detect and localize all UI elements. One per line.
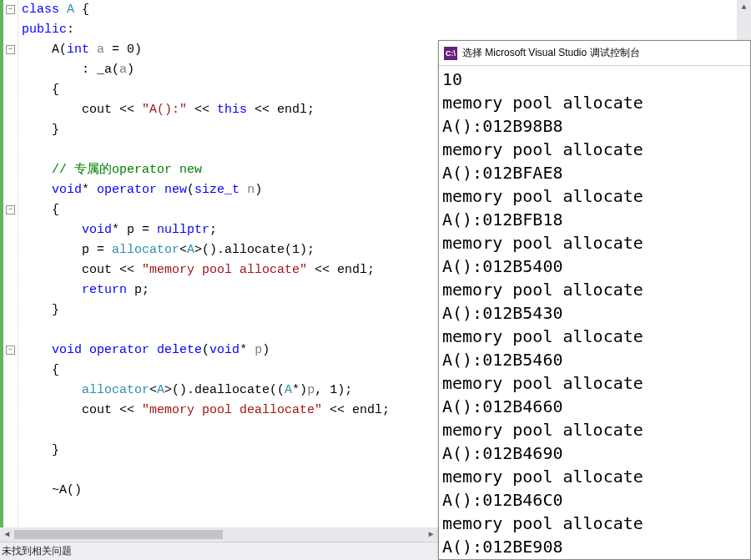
code-line[interactable] [22, 421, 438, 441]
console-titlebar[interactable]: C:\ 选择 Microsoft Visual Studio 调试控制台 [439, 41, 750, 66]
fold-toggle-icon[interactable]: − [6, 346, 15, 355]
console-app-icon: C:\ [444, 47, 457, 60]
code-line[interactable]: allocator<A>().deallocate((A*)p, 1); [22, 381, 438, 401]
code-line[interactable]: void operator delete(void* p) [22, 341, 438, 361]
debug-console-window[interactable]: C:\ 选择 Microsoft Visual Studio 调试控制台 10 … [438, 40, 751, 560]
code-line[interactable]: p = allocator<A>().allocate(1); [22, 240, 438, 260]
code-line[interactable]: { [22, 200, 438, 220]
code-line[interactable]: public: [22, 20, 438, 40]
console-output[interactable]: 10 memory pool allocate A():012B98B8 mem… [439, 66, 750, 560]
fold-gutter[interactable]: −−−− [3, 0, 18, 560]
code-line[interactable]: { [22, 361, 438, 381]
code-line[interactable]: cout << "memory pool allocate" << endl; [22, 260, 438, 280]
code-line[interactable]: } [22, 300, 438, 320]
code-line[interactable]: : _a(a) [22, 60, 438, 80]
scroll-track[interactable] [14, 527, 424, 542]
code-line[interactable]: ~A() [22, 481, 438, 501]
editor-vertical-scrollbar[interactable]: ▲ [737, 0, 751, 40]
scroll-up-arrow-icon[interactable]: ▲ [737, 0, 751, 14]
code-line[interactable]: cout << "memory pool deallocate" << endl… [22, 401, 438, 421]
scroll-right-arrow-icon[interactable]: ► [424, 527, 438, 542]
code-line[interactable]: A(int a = 0) [22, 40, 438, 60]
editor-horizontal-scrollbar[interactable]: ◄ ► [0, 527, 438, 542]
code-line[interactable] [22, 461, 438, 481]
code-text-area[interactable]: class A {public: A(int a = 0) : _a(a) { … [18, 0, 438, 560]
code-line[interactable]: cout << "A():" << this << endl; [22, 100, 438, 120]
fold-toggle-icon[interactable]: − [6, 5, 15, 14]
code-line[interactable] [22, 320, 438, 341]
code-line[interactable]: return p; [22, 280, 438, 300]
status-text: 未找到相关问题 [2, 544, 72, 558]
fold-toggle-icon[interactable]: − [6, 205, 15, 214]
scroll-thumb[interactable] [14, 530, 223, 539]
code-line[interactable]: } [22, 441, 438, 461]
code-line[interactable] [22, 140, 438, 160]
code-line[interactable]: void* p = nullptr; [22, 220, 438, 240]
code-line[interactable]: void* operator new(size_t n) [22, 180, 438, 200]
code-editor-pane: −−−− class A {public: A(int a = 0) : _a(… [0, 0, 438, 560]
code-line[interactable]: { [22, 80, 438, 100]
code-line[interactable]: class A { [22, 0, 438, 20]
code-line[interactable]: } [22, 120, 438, 140]
fold-toggle-icon[interactable]: − [6, 45, 15, 54]
code-line[interactable]: // 专属的operator new [22, 160, 438, 180]
console-title-prefix: 选择 [462, 46, 482, 60]
status-bar: 未找到相关问题 [0, 542, 438, 560]
console-title-text: Microsoft Visual Studio 调试控制台 [485, 46, 639, 60]
scroll-left-arrow-icon[interactable]: ◄ [0, 527, 14, 542]
